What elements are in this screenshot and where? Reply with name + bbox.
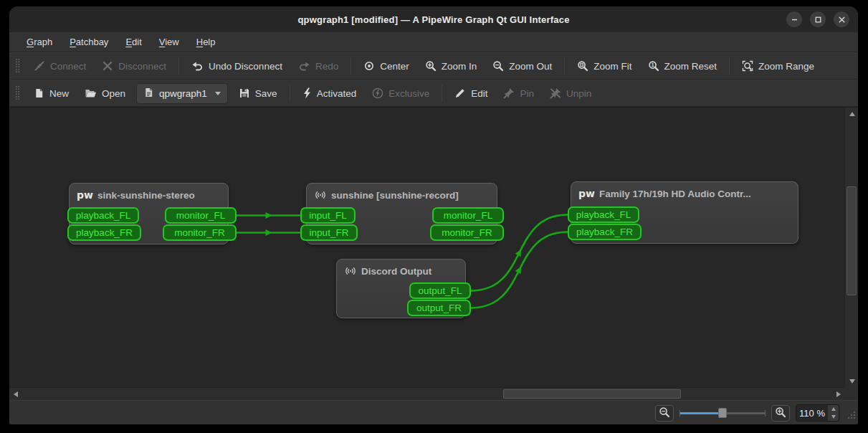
zoom-fit-button[interactable]: Zoom Fit [569, 56, 639, 76]
minimize-button[interactable] [786, 11, 802, 27]
menu-patchbay[interactable]: Patchbay [62, 34, 115, 49]
button-label: Connect [50, 61, 86, 72]
port-monitor_FR[interactable]: monitor_FR [430, 224, 504, 241]
graph-view: pwsink-sunshine-stereosunshine [sunshine… [9, 107, 858, 400]
port-playback_FR[interactable]: playback_FR [568, 224, 642, 240]
zoom-in-icon [775, 406, 786, 420]
zoom-out-icon [492, 60, 504, 72]
zoom-in-button[interactable] [771, 405, 790, 422]
scroll-right-button[interactable] [832, 388, 844, 401]
toolbar-drag-handle[interactable] [15, 85, 20, 101]
spin-down-icon [831, 415, 836, 419]
maximize-button[interactable] [810, 11, 826, 27]
patchbay-select[interactable]: qpwgraph1 [136, 83, 228, 104]
graph-canvas[interactable]: pwsink-sunshine-stereosunshine [sunshine… [9, 108, 844, 387]
node-header: Discord Output [337, 260, 465, 280]
connect-button[interactable]: Connect [26, 56, 94, 76]
patchbay-file-icon [143, 87, 154, 100]
redo-icon [298, 60, 310, 72]
spin-down-button[interactable] [828, 413, 839, 421]
slider-tick [765, 410, 766, 417]
broadcast-icon [344, 265, 357, 277]
unpin-button[interactable]: Unpin [542, 83, 599, 103]
screen: qpwgraph1 [modified] — A PipeWire Graph … [0, 0, 868, 433]
disconnect-button[interactable]: Disconnect [94, 56, 174, 76]
titlebar[interactable]: qpwgraph1 [modified] — A PipeWire Graph … [9, 6, 858, 32]
zoom-slider-handle[interactable] [718, 408, 727, 418]
activated-bolt-icon [302, 87, 312, 99]
arrow-up-icon [849, 112, 855, 116]
port-playback_FL[interactable]: playback_FL [67, 207, 139, 224]
horizontal-scrollbar-thumb[interactable] [503, 389, 681, 399]
button-label: Zoom Reset [664, 61, 717, 72]
horizontal-scrollbar[interactable] [9, 387, 844, 400]
scroll-left-button[interactable] [9, 388, 22, 401]
node-title: Discord Output [361, 266, 431, 277]
exclusive-button[interactable]: Exclusive [364, 83, 437, 103]
vertical-scrollbar-thumb[interactable] [846, 186, 857, 295]
patchbay-select-value: qpwgraph1 [159, 88, 207, 99]
pin-icon [503, 87, 515, 99]
open-button[interactable]: Open [77, 83, 133, 103]
zoom-in-button[interactable]: Zoom In [417, 56, 485, 76]
toolbar-patchbay: NewOpenqpwgraph1SaveActivatedExclusiveEd… [9, 80, 858, 107]
slider-tick [679, 410, 680, 417]
button-label: Unpin [566, 88, 591, 99]
edit-button[interactable]: Edit [447, 83, 495, 103]
menu-help[interactable]: Help [189, 34, 223, 49]
edit-pencil-icon [454, 87, 466, 99]
pin-button[interactable]: Pin [495, 83, 542, 103]
zoom-percent-input[interactable] [796, 408, 828, 419]
zoom-out-button[interactable]: Zoom Out [485, 56, 560, 76]
port-playback_FR[interactable]: playback_FR [67, 224, 141, 241]
node-title: sunshine [sunshine-record] [331, 190, 459, 201]
zoom-fit-icon [577, 60, 588, 72]
spin-up-button[interactable] [828, 405, 839, 413]
port-monitor_FL[interactable]: monitor_FL [432, 207, 504, 224]
port-input_FL[interactable]: input_FL [300, 207, 356, 224]
zoom-controls [655, 401, 839, 424]
scroll-up-button[interactable] [845, 108, 858, 120]
close-button[interactable] [834, 11, 849, 27]
undo-disconnect-button[interactable]: Undo Disconnect [183, 56, 290, 76]
unpin-icon [550, 87, 561, 99]
menu-edit[interactable]: Edit [118, 34, 148, 49]
button-label: Zoom Range [758, 61, 814, 72]
node-title: Family 17h/19h HD Audio Contr... [599, 189, 751, 199]
port-input_FR[interactable]: input_FR [300, 224, 358, 241]
port-output_FR[interactable]: output_FR [407, 300, 471, 316]
statusbar [9, 400, 858, 424]
node-header: sunshine [sunshine-record] [307, 184, 497, 204]
zoom-slider[interactable] [679, 406, 766, 420]
redo-button[interactable]: Redo [290, 56, 346, 76]
menu-view[interactable]: View [152, 34, 186, 49]
zoom-reset-button[interactable]: 1Zoom Reset [640, 56, 725, 76]
zoom-reset-icon: 1 [648, 60, 659, 72]
port-output_FL[interactable]: output_FL [409, 282, 471, 299]
port-playback_FL[interactable]: playback_FL [568, 206, 639, 223]
port-monitor_FR[interactable]: monitor_FR [163, 224, 237, 241]
center-button[interactable]: Center [356, 56, 417, 76]
zoom-percent-spinbox [796, 404, 839, 422]
new-button[interactable]: New [26, 83, 77, 103]
zoom-slider-fill [679, 412, 719, 414]
menu-graph[interactable]: Graph [19, 34, 59, 49]
toolbar-drag-handle[interactable] [15, 58, 20, 74]
save-button[interactable]: Save [231, 83, 285, 103]
zoom-in-icon [425, 60, 437, 72]
button-label: New [49, 88, 69, 99]
size-grip[interactable] [846, 409, 856, 422]
zoom-out-icon [659, 406, 670, 420]
open-folder-icon [85, 87, 97, 99]
zoom-range-button[interactable]: Zoom Range [734, 56, 822, 76]
scroll-down-button[interactable] [845, 375, 858, 387]
toolbar-separator [290, 85, 290, 102]
chevron-down-icon [215, 92, 221, 95]
activated-button[interactable]: Activated [295, 83, 365, 103]
button-label: Save [255, 88, 277, 99]
port-monitor_FL[interactable]: monitor_FL [165, 207, 237, 224]
scrollbar-corner [844, 387, 858, 400]
undo-icon [191, 60, 204, 72]
vertical-scrollbar[interactable] [844, 108, 858, 387]
zoom-out-button[interactable] [655, 405, 674, 422]
